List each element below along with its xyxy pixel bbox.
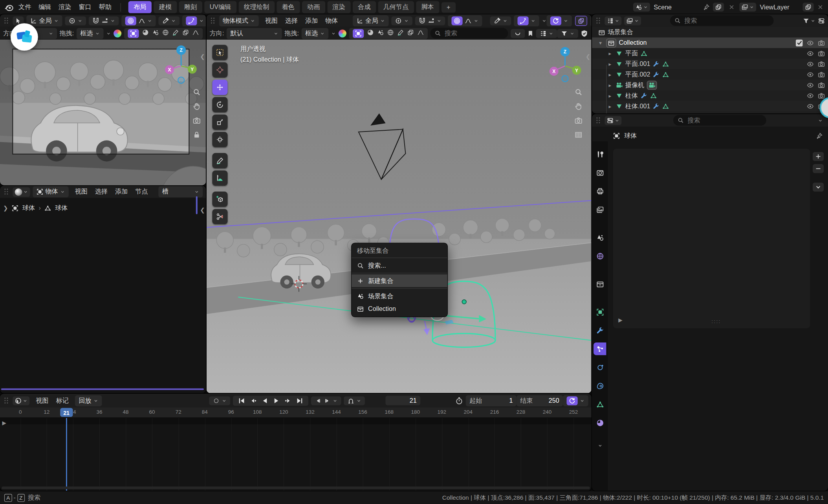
- slot-selector[interactable]: 槽: [158, 186, 203, 197]
- properties-tab-tool[interactable]: [594, 148, 606, 160]
- new-scene-button[interactable]: [713, 3, 724, 12]
- previous-frame-icon[interactable]: [315, 397, 321, 404]
- scale-tool-button[interactable]: [212, 115, 227, 130]
- breadcrumb-data[interactable]: 球体: [55, 203, 68, 212]
- properties-tab-collection[interactable]: [594, 278, 606, 290]
- header-grip[interactable]: [4, 397, 9, 404]
- workspace-tab-UV编辑[interactable]: UV编辑: [204, 1, 236, 13]
- properties-tab-world[interactable]: [594, 250, 606, 262]
- frame-step-controls[interactable]: [311, 396, 341, 405]
- outliner-row-柱体[interactable]: ▸柱体: [592, 90, 828, 101]
- viewlayer-name[interactable]: ViewLayer: [756, 2, 802, 13]
- hide-in-viewport-icon[interactable]: [807, 102, 813, 109]
- blender-logo-icon[interactable]: [4, 2, 14, 12]
- viewport-search[interactable]: [430, 28, 508, 38]
- scene-type-selector[interactable]: [633, 3, 650, 12]
- delete-viewlayer-icon[interactable]: [817, 4, 824, 10]
- move-tool-button[interactable]: [212, 80, 227, 95]
- disable-in-renders-icon[interactable]: [818, 71, 824, 78]
- expand-arrow[interactable]: ▾: [597, 40, 604, 46]
- outliner-options-icon[interactable]: [818, 17, 824, 24]
- disable-in-renders-icon[interactable]: [818, 60, 824, 67]
- end-frame-field[interactable]: 结束250: [517, 395, 563, 406]
- camera-view-icon[interactable]: [575, 117, 583, 124]
- shading-sphere-icon[interactable]: [114, 29, 121, 37]
- delete-scene-icon[interactable]: [728, 4, 735, 10]
- outliner-row-平面.002[interactable]: ▸平面.002: [592, 69, 828, 80]
- timeline-menu-视图[interactable]: 视图: [32, 394, 52, 407]
- expand-arrow[interactable]: ▸: [607, 82, 613, 88]
- playback-menu[interactable]: 回放: [75, 395, 102, 406]
- chevron-down-icon[interactable]: [331, 31, 336, 36]
- sync-lock-selector[interactable]: [546, 15, 572, 26]
- overlay-annotate-toggle[interactable]: [172, 29, 179, 38]
- overlay-duplicate-toggle[interactable]: [182, 29, 189, 38]
- breadcrumb-object[interactable]: 球体: [22, 203, 35, 212]
- annotate-eyedropper-selector[interactable]: [490, 16, 511, 25]
- drag-selector[interactable]: 框选: [77, 28, 104, 39]
- properties-tab-material[interactable]: [594, 416, 606, 429]
- pivot-selector[interactable]: [391, 16, 412, 25]
- editor-type-selector[interactable]: [605, 116, 621, 125]
- outliner-search-input[interactable]: [683, 16, 744, 25]
- shader-menu-选择[interactable]: 选择: [92, 186, 112, 198]
- zoom-icon[interactable]: [575, 88, 583, 96]
- object-name[interactable]: 柱体.001: [625, 102, 650, 111]
- filter-selector[interactable]: [802, 17, 815, 24]
- pan-hand-icon[interactable]: [575, 102, 583, 110]
- collapse-arrow[interactable]: ❮: [586, 53, 590, 60]
- disable-in-renders-icon[interactable]: [818, 50, 824, 57]
- play-button[interactable]: [273, 396, 280, 404]
- workspace-tab-脚本[interactable]: 脚本: [416, 1, 439, 13]
- todesk-logo-overlay[interactable]: [11, 23, 38, 51]
- camera-preview-scene[interactable]: Z X Y: [0, 40, 206, 185]
- overlay-object-toggle[interactable]: [128, 29, 139, 38]
- sync-toggle[interactable]: [567, 396, 578, 405]
- menu-item-search[interactable]: 搜索...: [352, 259, 447, 272]
- current-frame-field[interactable]: 21: [385, 396, 420, 405]
- viewport-search-input[interactable]: [443, 29, 504, 38]
- overlay-scene-toggle[interactable]: [152, 29, 159, 38]
- expand-arrow[interactable]: ❯: [3, 205, 8, 211]
- header-grip[interactable]: [4, 17, 9, 24]
- snap-arrow-toggle[interactable]: [518, 16, 529, 25]
- playhead-line[interactable]: [66, 418, 67, 491]
- hide-in-viewport-icon[interactable]: [807, 50, 813, 57]
- auto-key-controls[interactable]: [209, 396, 230, 405]
- outliner-row-Collection[interactable]: ▾Collection: [592, 37, 828, 48]
- properties-search[interactable]: [673, 115, 766, 126]
- specials-menu-button[interactable]: [813, 183, 824, 192]
- workspace-tab-建模[interactable]: 建模: [154, 1, 177, 13]
- direction-selector[interactable]: 默认: [227, 28, 282, 39]
- annotate-eyedropper-selector[interactable]: [158, 16, 180, 25]
- channel-expand-arrow[interactable]: ▶: [2, 420, 6, 426]
- menu-item-collection[interactable]: Collection: [352, 302, 447, 315]
- chevron-down-icon[interactable]: [542, 18, 546, 23]
- properties-tab-constraints[interactable]: [594, 380, 606, 392]
- hide-in-viewport-icon[interactable]: [807, 39, 813, 46]
- previous-keyframe-button[interactable]: [249, 396, 257, 404]
- proportional-edit-toggle[interactable]: [125, 16, 136, 25]
- editor-type-selector[interactable]: [605, 16, 621, 25]
- camera-view-icon[interactable]: [193, 117, 201, 124]
- timeline-scrollbar[interactable]: [2, 487, 590, 489]
- orientation-selector[interactable]: 全局: [353, 15, 388, 26]
- hide-in-viewport-icon[interactable]: [807, 71, 813, 78]
- hide-in-viewport-icon[interactable]: [807, 92, 813, 99]
- overlay-duplicate-toggle[interactable]: [407, 29, 414, 38]
- properties-tab-output[interactable]: [594, 185, 606, 197]
- overlay-falloff-toggle[interactable]: [192, 29, 199, 38]
- panel-expand-arrow[interactable]: ▶: [618, 317, 622, 323]
- expand-arrow[interactable]: ▸: [607, 103, 613, 109]
- timeline-dopesheet[interactable]: ▶: [0, 418, 592, 491]
- rotate-tool-button[interactable]: [212, 97, 227, 112]
- expand-arrow[interactable]: ▸: [607, 71, 613, 77]
- pin-icon[interactable]: [816, 132, 823, 139]
- topbar-menu-文件[interactable]: 文件: [15, 1, 35, 13]
- expand-arrow[interactable]: ▸: [607, 93, 613, 99]
- shield-check-icon[interactable]: [580, 29, 588, 37]
- header-grip[interactable]: [596, 117, 601, 124]
- shader-type-selector[interactable]: 物体: [33, 186, 68, 197]
- viewlayer-selector[interactable]: [739, 3, 756, 12]
- workspace-tab-着色[interactable]: 着色: [277, 1, 300, 13]
